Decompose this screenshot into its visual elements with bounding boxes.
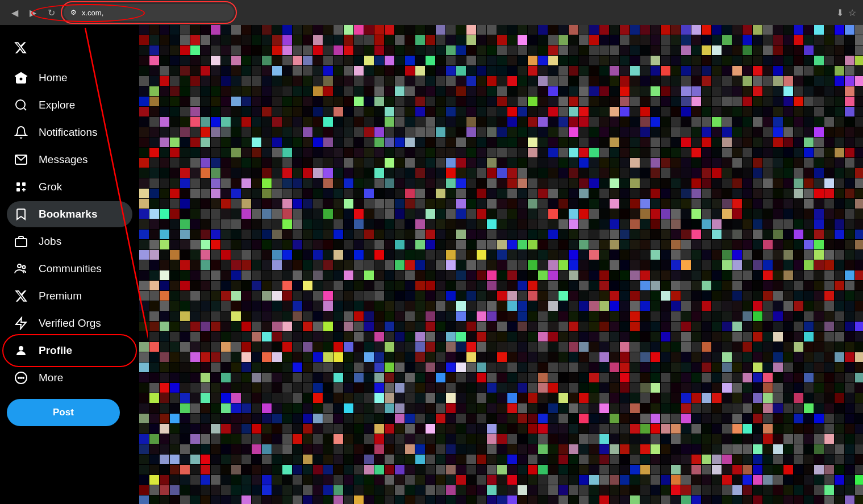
sidebar-item-explore[interactable]: Explore <box>7 92 132 118</box>
sidebar-item-more[interactable]: More <box>7 365 132 391</box>
communities-icon <box>14 261 28 276</box>
post-button[interactable]: Post <box>7 399 120 426</box>
sidebar: Home Explore Notifications Messages <box>0 25 139 504</box>
more-icon <box>14 370 28 385</box>
content-canvas <box>139 25 863 504</box>
x-logo-button[interactable] <box>7 34 34 61</box>
home-label: Home <box>39 72 68 84</box>
sidebar-item-verified-orgs[interactable]: Verified Orgs <box>7 310 132 336</box>
verified-orgs-icon <box>14 316 28 331</box>
address-bar[interactable]: ⚙ x.com, <box>64 4 234 21</box>
messages-icon <box>14 152 28 167</box>
profile-label: Profile <box>39 344 72 357</box>
browser-nav-buttons: ◀ ▶ ↻ <box>7 5 59 20</box>
sidebar-item-messages[interactable]: Messages <box>7 147 132 173</box>
home-icon <box>14 70 28 85</box>
svg-rect-8 <box>15 239 27 247</box>
premium-icon <box>14 289 28 303</box>
sidebar-item-grok[interactable]: Grok <box>7 174 132 200</box>
sidebar-item-premium[interactable]: Premium <box>7 283 132 309</box>
explore-label: Explore <box>39 99 75 111</box>
svg-point-16 <box>23 377 24 378</box>
svg-rect-5 <box>16 182 20 186</box>
svg-line-3 <box>24 108 26 110</box>
profile-icon <box>14 343 28 358</box>
bell-icon <box>14 125 28 140</box>
premium-label: Premium <box>39 290 82 302</box>
svg-rect-7 <box>16 188 20 191</box>
svg-point-14 <box>18 377 19 378</box>
sidebar-item-communities[interactable]: Communities <box>7 256 132 282</box>
back-button[interactable]: ◀ <box>7 5 23 20</box>
explore-icon <box>14 98 28 113</box>
bookmarks-icon <box>14 207 28 222</box>
bookmarks-label: Bookmarks <box>39 208 98 220</box>
verified-orgs-label: Verified Orgs <box>39 317 101 330</box>
bookmark-star-icon[interactable]: ☆ <box>848 7 856 18</box>
refresh-button[interactable]: ↻ <box>43 5 59 20</box>
svg-point-15 <box>20 377 22 378</box>
sidebar-item-profile[interactable]: Profile <box>7 338 132 364</box>
jobs-icon <box>14 234 28 249</box>
save-page-icon[interactable]: ⬇ <box>836 7 844 18</box>
messages-label: Messages <box>39 153 88 166</box>
svg-point-10 <box>23 266 26 269</box>
grok-label: Grok <box>39 181 62 193</box>
svg-marker-11 <box>16 318 26 329</box>
grok-icon <box>14 180 28 194</box>
content-area <box>139 25 863 504</box>
site-icon: ⚙ <box>70 9 78 16</box>
sidebar-item-jobs[interactable]: Jobs <box>7 228 132 255</box>
x-logo-icon <box>14 40 27 55</box>
sidebar-item-bookmarks[interactable]: Bookmarks <box>7 201 132 227</box>
forward-button[interactable]: ▶ <box>25 5 41 20</box>
svg-point-9 <box>18 264 21 268</box>
notifications-label: Notifications <box>39 126 98 139</box>
url-text: x.com, <box>82 9 103 17</box>
jobs-label: Jobs <box>39 235 61 248</box>
main-content: Home Explore Notifications Messages <box>0 25 863 504</box>
browser-actions: ⬇ ☆ <box>836 7 856 18</box>
communities-label: Communities <box>39 263 102 275</box>
browser-chrome: ◀ ▶ ↻ ⚙ x.com, ⬇ ☆ <box>0 0 863 25</box>
svg-point-2 <box>16 100 25 109</box>
sidebar-item-home[interactable]: Home <box>7 65 132 91</box>
more-label: More <box>39 372 63 384</box>
sidebar-item-notifications[interactable]: Notifications <box>7 119 132 145</box>
svg-rect-6 <box>22 182 26 186</box>
svg-point-12 <box>19 346 23 351</box>
